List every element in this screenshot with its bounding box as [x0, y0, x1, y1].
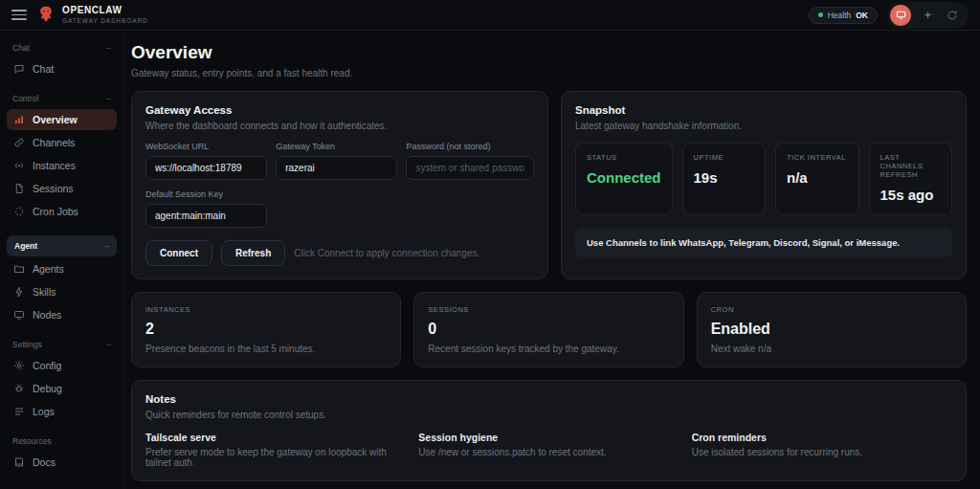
sessions-card: SESSIONS 0 Recent session keys tracked b…: [413, 292, 683, 367]
brand: OPENCLAW GATEWAY DASHBOARD: [36, 5, 148, 24]
card-subtitle: Latest gateway handshake information.: [575, 121, 952, 131]
cron-card: CRON Enabled Next wake n/a: [697, 292, 967, 367]
menu-icon[interactable]: [11, 8, 27, 22]
refresh-button[interactable]: Refresh: [221, 240, 285, 266]
collapse-icon: –: [106, 43, 111, 53]
brand-subtitle: GATEWAY DASHBOARD: [62, 17, 148, 24]
password-input[interactable]: [406, 156, 534, 180]
tile-label: TICK INTERVAL: [787, 153, 848, 162]
group-label: Agent: [14, 241, 37, 251]
status-value: Connected: [587, 169, 661, 186]
tile-label: STATUS: [587, 153, 661, 162]
sidebar-group-control[interactable]: Control –: [7, 89, 117, 107]
sidebar-group-settings[interactable]: Settings –: [7, 335, 117, 353]
brand-title: OPENCLAW: [62, 5, 148, 15]
sidebar-item-label: Docs: [33, 456, 56, 468]
collapse-icon: –: [104, 241, 109, 251]
sidebar-item-docs[interactable]: Docs: [7, 452, 117, 473]
book-icon: [13, 456, 25, 468]
notes-card: Notes Quick reminders for remote control…: [131, 380, 967, 481]
folder-icon: [13, 263, 25, 275]
group-label: Chat: [12, 43, 30, 53]
sidebar-item-instances[interactable]: Instances: [7, 155, 117, 176]
stat-desc: Recent session keys tracked by the gatew…: [428, 344, 669, 354]
card-title: Notes: [145, 393, 952, 405]
note-cron-reminders: Cron reminders Use isolated sessions for…: [692, 432, 952, 468]
session-key-input[interactable]: [145, 204, 267, 228]
sidebar-item-sessions[interactable]: Sessions: [7, 178, 117, 199]
zap-icon: [13, 286, 25, 298]
gateway-token-label: Gateway Token: [276, 142, 397, 151]
note-title: Session hygiene: [418, 432, 679, 443]
sidebar-item-cron-jobs[interactable]: Cron Jobs: [7, 201, 117, 222]
sidebar-item-overview[interactable]: Overview: [7, 109, 117, 130]
status-tile: STATUS Connected: [575, 143, 673, 215]
sidebar-group-resources[interactable]: Resources: [7, 432, 117, 450]
link-icon: [13, 137, 25, 148]
sidebar-item-nodes[interactable]: Nodes: [7, 304, 117, 325]
session-key-label: Default Session Key: [145, 189, 267, 199]
last-channels-refresh-value: 15s ago: [880, 187, 941, 203]
topbar-actions: [887, 2, 969, 29]
sidebar-item-label: Cron Jobs: [33, 206, 78, 217]
tick-interval-tile: TICK INTERVAL n/a: [775, 143, 859, 215]
sidebar-item-config[interactable]: Config: [7, 355, 117, 376]
monitor-icon: [13, 309, 25, 321]
sidebar-item-skills[interactable]: Skills: [7, 281, 117, 302]
sidebar-item-label: Debug: [33, 383, 62, 394]
note-desc: Use isolated sessions for recurring runs…: [692, 447, 952, 457]
sidebar-item-label: Config: [33, 360, 61, 371]
sidebar-item-chat[interactable]: Chat: [7, 58, 117, 79]
bug-icon: [13, 383, 25, 394]
connect-button[interactable]: Connect: [145, 240, 212, 266]
topbar: OPENCLAW GATEWAY DASHBOARD Health OK: [0, 0, 980, 31]
last-channels-refresh-tile: LAST CHANNELS REFRESH 15s ago: [869, 143, 952, 215]
sparkle-icon[interactable]: [919, 7, 936, 24]
card-title: Gateway Access: [145, 104, 534, 116]
bar-chart-icon: [13, 114, 25, 125]
refresh-icon[interactable]: [944, 7, 961, 24]
sidebar-group-agent[interactable]: Agent –: [7, 235, 117, 256]
instances-card: INSTANCES 2 Presence beacons in the last…: [131, 292, 401, 367]
sidebar-item-debug[interactable]: Debug: [7, 378, 117, 399]
broadcast-icon: [13, 160, 25, 171]
session-key-field: Default Session Key: [145, 189, 267, 228]
sessions-value: 0: [428, 321, 669, 338]
health-badge: Health OK: [809, 7, 878, 24]
websocket-url-input[interactable]: [145, 156, 267, 180]
sidebar-item-channels[interactable]: Channels: [7, 132, 117, 153]
file-icon: [13, 183, 25, 194]
sidebar-item-label: Instances: [33, 160, 76, 171]
stat-label: CRON: [711, 305, 952, 314]
sidebar-item-logs[interactable]: Logs: [7, 401, 117, 422]
connect-hint: Click Connect to apply connection change…: [294, 248, 479, 258]
main-content: Overview Gateway status, entry points, a…: [124, 31, 980, 489]
page-subtitle: Gateway status, entry points, and a fast…: [131, 68, 967, 78]
sidebar-item-label: Skills: [33, 286, 56, 298]
tick-interval-value: n/a: [787, 169, 848, 186]
gateway-token-input[interactable]: [276, 156, 397, 180]
note-desc: Use /new or sessions.patch to reset cont…: [418, 447, 679, 457]
sidebar-item-label: Logs: [33, 406, 55, 417]
dashed-circle-icon: [13, 206, 25, 217]
websocket-url-field: WebSocket URL: [145, 142, 267, 180]
note-session-hygiene: Session hygiene Use /new or sessions.pat…: [418, 432, 679, 468]
note-title: Tailscale serve: [145, 432, 406, 443]
sidebar-item-label: Channels: [33, 137, 75, 148]
gear-icon: [13, 360, 25, 371]
display-icon[interactable]: [890, 5, 911, 26]
tile-label: LAST CHANNELS REFRESH: [880, 153, 941, 179]
sidebar-item-label: Chat: [33, 63, 54, 75]
instances-value: 2: [145, 321, 387, 338]
sidebar: Chat – Chat Control – Overview Channels …: [0, 31, 124, 489]
list-icon: [13, 406, 25, 417]
gateway-access-card: Gateway Access Where the dashboard conne…: [131, 91, 548, 279]
note-title: Cron reminders: [692, 432, 952, 443]
sidebar-item-agents[interactable]: Agents: [7, 258, 117, 279]
group-label: Settings: [12, 340, 42, 349]
sidebar-group-chat[interactable]: Chat –: [7, 38, 117, 56]
health-status: OK: [856, 11, 868, 20]
chat-bubble-icon: [13, 63, 25, 75]
page-title: Overview: [131, 42, 967, 63]
password-label: Password (not stored): [406, 142, 534, 151]
